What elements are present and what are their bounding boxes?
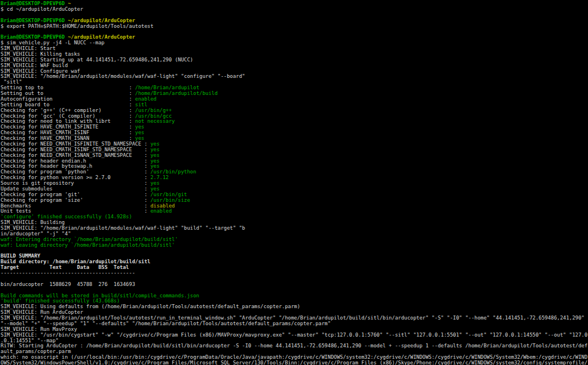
- text-segment: yes: [151, 152, 160, 158]
- text-segment: Checking for 'g++' (C++ compiler) :: [1, 107, 135, 113]
- text-segment: Target Text Data BSS Total: [1, 264, 129, 270]
- text-segment: /usr/bin/g++: [135, 107, 172, 113]
- text-segment: Checking for program 'python' :: [1, 169, 151, 175]
- text-segment: waf: Leaving directory `/home/Brian/ardu…: [1, 242, 175, 248]
- text-segment: $ cd ~/ardupilot/ArduCopter: [1, 6, 83, 12]
- text-segment: which: no osascript in (/usr/local/bin:/…: [1, 354, 587, 360]
- text-segment: Checking for python version >= 2.7.0 :: [1, 175, 151, 180]
- terminal-line: SIM_VEHICLE: Start: [1, 46, 588, 52]
- text-segment: /usr/bin/size: [151, 197, 190, 203]
- terminal-line: 'configure' finished successfully (14.92…: [1, 214, 588, 220]
- text-segment: SIM_VEHICLE: Start: [1, 45, 56, 51]
- text-segment: Setting out to :: [1, 90, 135, 96]
- text-segment: /usr/bin/gcc: [135, 113, 172, 119]
- text-segment: Build directory: /home/Brian/ardupilot/b…: [1, 259, 151, 264]
- terminal-line: bin/arducopter 1588629 45788 276 1634693: [1, 282, 588, 288]
- text-segment: yes: [151, 186, 160, 192]
- text-segment: Brian@DESKTOP-DPEVP6D: [1, 1, 68, 6]
- text-segment: Setting board to :: [1, 102, 135, 107]
- text-segment: yes: [151, 158, 160, 164]
- text-segment: Checking for program 'git' :: [1, 192, 151, 197]
- text-segment: yes: [151, 147, 160, 152]
- text-segment: "--model" "+" "--speedup" "1" "--default…: [1, 321, 331, 326]
- terminal-line: SIM_VEHICLE: "/usr/bin/cygstart" "-w" "/…: [1, 333, 588, 338]
- terminal-line: ----------------------------------------…: [1, 271, 588, 276]
- text-segment: SIM_VEHICLE: "/home/Brian/ardupilot/Tool…: [1, 315, 585, 321]
- text-segment: ~/ardupilot/ArduCopter: [68, 34, 135, 40]
- text-segment: enabled: [151, 208, 172, 214]
- text-segment: ~: [68, 1, 70, 6]
- text-segment: yes: [151, 163, 160, 169]
- text-segment: ~/ardupilot/ArduCopter: [68, 18, 135, 23]
- terminal-line: [1, 248, 588, 254]
- terminal-line: $ cd ~/ardupilot/ArduCopter: [1, 7, 588, 13]
- text-segment: RiTW: Starting ArduCopter : /home/Brian/…: [1, 343, 587, 349]
- text-segment: SIM_VEHICLE: Run ArduCopter: [1, 309, 83, 315]
- text-segment: Checking for NEED_CMATH_ISINF_STD_NAMESP…: [1, 147, 151, 152]
- terminal-line: waf: Leaving directory `/home/Brian/ardu…: [1, 243, 588, 248]
- terminal-line: OWS/System32/WindowsPowerShell/v1.0:/cyg…: [1, 360, 588, 365]
- text-segment: /usr/bin/git: [151, 192, 187, 197]
- text-segment: bin/arducopter 1588629 45788 276 1634693: [1, 281, 135, 287]
- text-segment: yes: [151, 141, 160, 147]
- text-segment: Unit tests :: [1, 208, 151, 214]
- text-segment: Setting top to :: [1, 85, 135, 90]
- text-segment: enabled: [135, 96, 157, 102]
- text-segment: yes: [135, 135, 144, 141]
- text-segment: Checking for need to link with librt :: [1, 118, 135, 124]
- text-segment: Checking for HAVE_CMATH_ISINF :: [1, 130, 135, 135]
- text-segment: BUILD SUMMARY: [1, 253, 40, 259]
- text-segment: /home/Brian/ardupilot: [135, 85, 199, 90]
- text-segment: Brian@DESKTOP-DPEVP6D: [1, 18, 68, 23]
- text-segment: $ sim_vehicle.py -j4 -L NUCC --map: [1, 40, 105, 45]
- text-segment: SIM_VEHICLE: "/usr/bin/cygstart" "-w" "/…: [1, 332, 587, 338]
- text-segment: .0.1:14551" "--map": [1, 338, 59, 343]
- text-segment: Checking for program 'size' :: [1, 197, 151, 203]
- text-segment: OWS/System32/WindowsPowerShell/v1.0:/cyg…: [1, 360, 587, 365]
- text-segment: SIM_VEHICLE: Starting up at 44.141451,-7…: [1, 57, 193, 63]
- text-segment: yes: [135, 130, 144, 135]
- text-segment: SIM_VEHICLE: Building: [1, 219, 65, 225]
- text-segment: waf: Entering directory `/home/Brian/ard…: [1, 237, 178, 242]
- text-segment: disabled: [151, 203, 175, 209]
- text-segment: SIM_VEHICLE: "/home/Brian/ardupilot/modu…: [1, 225, 245, 231]
- text-segment: yes: [151, 180, 160, 186]
- text-segment: Checking for HAVE_CMATH_ISNAN :: [1, 135, 135, 141]
- text-segment: Checking for header endian.h :: [1, 158, 151, 164]
- text-segment: ault_params/copter.parm: [1, 349, 71, 354]
- text-segment: Benchmarks :: [1, 203, 151, 209]
- text-segment: in/arducopter" "-j" "4": [1, 231, 71, 237]
- text-segment: $ export PATH=$PATH:$HOME/ardupilot/Tool…: [1, 23, 153, 29]
- terminal-line: SIM_VEHICLE: WAF build: [1, 63, 588, 69]
- text-segment: Checking for 'gcc' (C compiler) :: [1, 113, 135, 119]
- text-segment: 'build' finished successfully (43.668s): [1, 298, 120, 304]
- text-segment: Source is git repository :: [1, 180, 151, 186]
- text-segment: SIM_VEHICLE: Run MavProxy: [1, 326, 77, 332]
- text-segment: sitl: [135, 102, 148, 107]
- terminal-line: SIM_VEHICLE: Using defaults from (/home/…: [1, 304, 588, 310]
- text-segment: "sitl": [1, 79, 22, 85]
- text-segment: SIM_VEHICLE: "/home/Brian/ardupilot/modu…: [1, 73, 245, 79]
- text-segment: SIM_VEHICLE: Killing tasks: [1, 51, 80, 57]
- terminal-window: Brian@DESKTOP-DPEVP6D ~$ cd ~/ardupilot/…: [0, 0, 588, 365]
- text-segment: 'configure' finished successfully (14.92…: [1, 214, 132, 219]
- text-segment: Checking for header byteswap.h :: [1, 163, 151, 169]
- text-segment: ----------------------------------------…: [1, 270, 135, 276]
- terminal-line: SIM_VEHICLE: Starting up at 44.141451,-7…: [1, 57, 588, 63]
- text-segment: /usr/bin/python: [151, 169, 197, 175]
- text-segment: Checking for HAVE_CMATH_ISFINITE :: [1, 124, 135, 130]
- text-segment: Build commands will be stored in build/s…: [1, 293, 199, 298]
- text-segment: not necessary: [135, 118, 175, 124]
- text-segment: Autoconfiguration :: [1, 96, 135, 102]
- terminal-line: $ export PATH=$PATH:$HOME/ardupilot/Tool…: [1, 24, 588, 30]
- text-segment: /home/Brian/ardupilot/build: [135, 90, 218, 96]
- terminal-line: RiTW: Starting ArduCopter : /home/Brian/…: [1, 343, 588, 349]
- text-segment: Update submodules :: [1, 186, 151, 192]
- terminal-line: Brian@DESKTOP-DPEVP6D ~: [1, 1, 588, 7]
- terminal-line: SIM_VEHICLE: "/home/Brian/ardupilot/modu…: [1, 226, 588, 231]
- text-segment: Brian@DESKTOP-DPEVP6D: [1, 34, 68, 40]
- terminal-line: "--model" "+" "--speedup" "1" "--default…: [1, 321, 588, 327]
- text-segment: Checking for NEED_CMATH_ISFINITE_STD_NAM…: [1, 141, 151, 147]
- terminal-line: $ sim_vehicle.py -j4 -L NUCC --map: [1, 40, 588, 46]
- text-segment: yes: [135, 124, 144, 130]
